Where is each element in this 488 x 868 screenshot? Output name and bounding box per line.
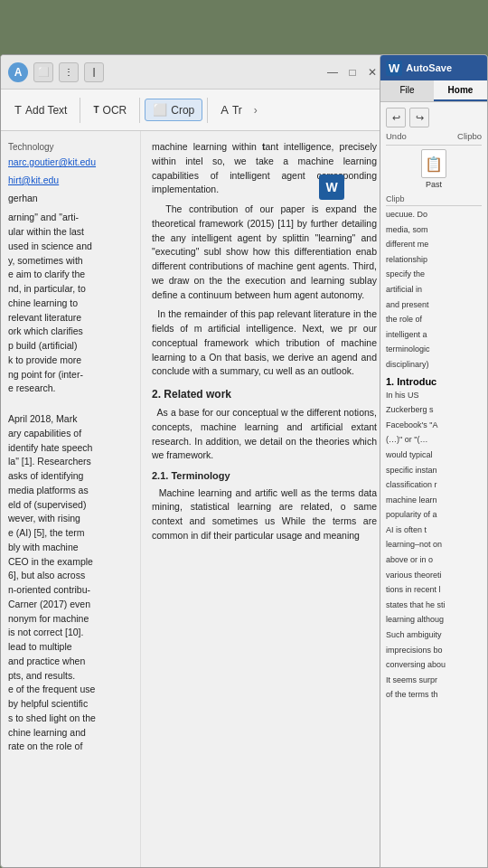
toolbar: T Add Text T OCR ⬜ Crop A Tr › [1,90,388,131]
close-button[interactable]: ✕ [364,64,380,80]
section21-text: Machine learning and artific well as the… [152,486,377,543]
right-intro-8: machine learn [386,495,482,506]
user-icon: A [8,62,28,82]
translate-icon: A [221,103,229,117]
main-para-3: In the remainder of this pap relevant li… [152,307,377,379]
section2-heading: 2. Related work [152,386,377,402]
menu-dots[interactable]: ⋮ [59,62,79,82]
right-intro-3: Facebook's "A [386,420,482,431]
toolbar-separator-3 [207,98,208,123]
word-w-icon: W [386,61,402,76]
add-text-label: Add Text [25,104,67,117]
toolbar-separator-1 [80,98,80,123]
text-icon: T [14,103,22,117]
right-intro-6: specific instan [386,465,482,476]
right-undo-section: Undo Clipbo [386,131,482,141]
right-text-8: the role of [386,314,482,326]
right-intro-2: Zuckerberg s [386,404,482,416]
left-para-1: arning" and "arti-ular within the lastus… [8,211,133,396]
right-intro-21: of the terms th [386,689,482,701]
right-panel: W AutoSave File Home ↩ ↪ Undo Clipbo 📋 P… [380,54,488,868]
translate-button[interactable]: A Tr [212,99,250,121]
undo-button[interactable]: ↩ [386,108,406,127]
right-text-9: intelligent a [386,329,482,341]
right-intro-11: learning–not on [386,539,482,551]
right-text-10: terminologic [386,344,482,355]
right-intro-18: imprecisions bo [386,645,482,656]
autosave-label: AutoSave [406,62,452,73]
right-text-1: uecuue. Do [386,209,482,221]
crop-button[interactable]: ⬜ Crop [145,99,202,121]
right-text-2: media, som [386,224,482,236]
right-intro-19: conversing abou [386,659,482,671]
section21-heading: 2.1. Terminology [152,468,377,484]
main-window: A ⬜ ⋮ | — □ ✕ T Add Text T OCR ⬜ Crop A … [0,54,389,868]
right-intro-14: tions in recent l [386,584,482,596]
crop-label: Crop [171,104,194,117]
right-intro-13: various theoreti [386,570,482,581]
translate-label: Tr [232,104,242,117]
paste-section: 📋 Past [386,149,482,189]
doc-content: Technology narc.goutier@kit.edu hirt@kit… [1,131,388,867]
clipboard-label: Clipbo [457,131,482,141]
right-intro-10: AI is often t [386,524,482,536]
title-bar-left: A ⬜ ⋮ | [8,62,104,82]
ocr-label: OCR [103,104,127,117]
right-intro-5: would typical [386,449,482,461]
minimize-button[interactable]: — [324,64,341,80]
right-text-3: different me [386,239,482,250]
maximize-button[interactable]: □ [344,64,361,80]
right-text-6: artificial in [386,284,482,296]
right-intro-12: above or in o [386,554,482,566]
right-section1-content: In his US Zuckerberg s Facebook's "A (…)… [386,390,482,701]
technology-label-left: Technology [8,140,133,154]
ocr-button[interactable]: T OCR [85,99,135,121]
right-intro-7: classification r [386,479,482,491]
right-panel-content: uecuue. Do media, som different me relat… [386,209,482,371]
email-link-1[interactable]: narc.goutier@kit.edu [8,156,96,167]
undo-label: Undo [386,131,407,141]
right-intro-17: Such ambiguity [386,629,482,641]
left-para-2: April 2018, Markary capabilities ofident… [8,412,133,754]
email-link-2[interactable]: hirt@kit.edu [8,175,59,185]
right-toolbar: ↩ ↪ [386,108,482,127]
redo-button[interactable]: ↪ [409,108,429,127]
right-intro-9: popularity of a [386,509,482,521]
more-arrow[interactable]: › [254,104,258,117]
section2-text: As a base for our conceptual w the diffe… [152,406,377,463]
paste-label: Past [426,180,442,189]
right-text-11: disciplinary) [386,359,482,371]
doc-left-column: Technology narc.goutier@kit.edu hirt@kit… [1,131,141,867]
tab-file[interactable]: File [380,80,434,101]
redo-icon: ↪ [416,112,424,124]
crop-icon: ⬜ [153,103,167,117]
title-bar: A ⬜ ⋮ | — □ ✕ [1,55,388,90]
ocr-icon: T [93,105,99,115]
doc-main-column: W machine learning within tant intellige… [141,131,388,867]
email-left-2: hirt@kit.edu [8,174,133,188]
email-left: narc.goutier@kit.edu [8,156,133,170]
separator-btn: | [84,62,104,82]
page-icon[interactable]: ⬜ [33,62,53,82]
right-divider-1 [386,145,482,146]
right-text-7: and present [386,299,482,311]
right-section1-heading: 1. Introduc [386,376,482,387]
toolbar-separator-2 [139,98,140,123]
undo-icon: ↩ [392,112,400,124]
right-intro-15: states that he sti [386,599,482,611]
right-panel-tabs: File Home [380,80,487,102]
add-text-button[interactable]: T Add Text [6,99,75,121]
right-intro-16: learning althoug [386,614,482,626]
spacer-left [8,401,133,412]
paste-icon[interactable]: 📋 [421,149,446,178]
right-panel-body: ↩ ↪ Undo Clipbo 📋 Past Clipb uecuue. Do … [380,102,487,710]
right-intro-1: In his US [386,390,482,401]
clipb-label: Clipb [386,194,482,206]
main-para-2: The contribution of our paper is expand … [152,203,377,302]
right-panel-title-bar: W AutoSave [380,55,487,80]
word-cursor-icon: W [319,175,344,200]
tab-home[interactable]: Home [434,80,487,101]
right-intro-4: (…)" or "(… [386,434,482,446]
right-text-5: specify the [386,269,482,280]
right-text-4: relationship [386,254,482,266]
